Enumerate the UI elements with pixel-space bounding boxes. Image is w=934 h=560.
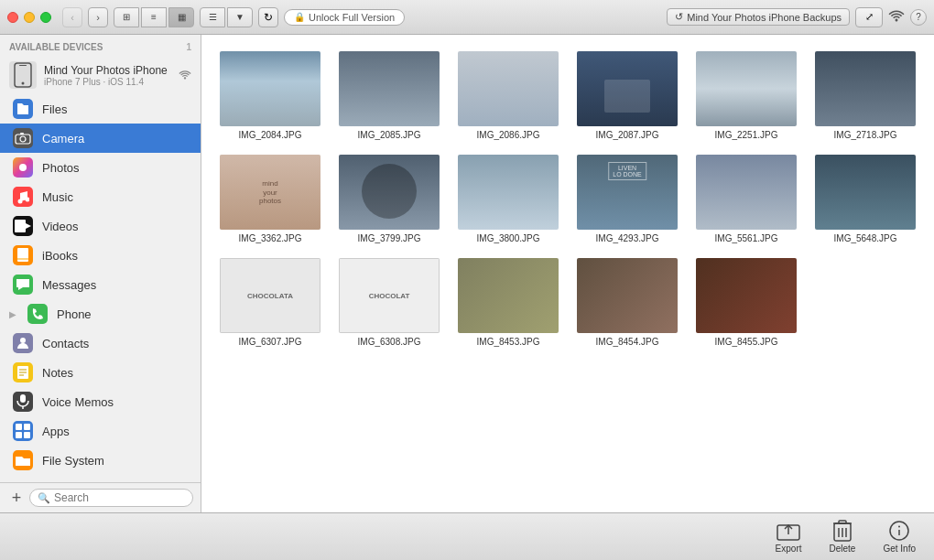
photo-thumb xyxy=(458,155,559,230)
videos-icon xyxy=(13,216,33,236)
sidebar-item-file-system[interactable]: File System xyxy=(0,446,201,475)
sidebar-item-music[interactable]: Music xyxy=(0,182,201,211)
history-icon: ↺ xyxy=(675,11,683,23)
sidebar-item-ibooks[interactable]: iBooks xyxy=(0,241,201,270)
contacts-icon xyxy=(13,333,33,353)
photo-thumb: CHOCOLATA xyxy=(220,258,320,333)
minimize-button[interactable] xyxy=(24,12,35,23)
photo-name: IMG_5648.JPG xyxy=(834,233,897,243)
sidebar-item-videos[interactable]: Videos xyxy=(0,211,201,241)
unlock-button[interactable]: 🔒 Unlock Full Version xyxy=(284,9,405,26)
sidebar-label-contacts: Contacts xyxy=(42,337,89,350)
photo-cell[interactable]: CHOCOLATA IMG_6307.JPG xyxy=(211,251,330,354)
sidebar-item-files[interactable]: Files xyxy=(0,94,201,124)
close-button[interactable] xyxy=(7,12,18,23)
photo-thumb: LIVENLO DONE xyxy=(577,155,678,230)
photo-cell[interactable]: mindyourphotos IMG_3362.JPG xyxy=(211,147,330,251)
music-icon xyxy=(13,187,33,207)
photo-cell[interactable]: IMG_3799.JPG xyxy=(330,147,449,251)
help-button[interactable]: ? xyxy=(910,9,927,26)
sidebar-label-music: Music xyxy=(42,190,73,204)
photo-grid: IMG_2084.JPG IMG_2085.JPG IMG_2086.JPG I… xyxy=(201,35,934,363)
ibooks-icon xyxy=(13,245,33,265)
svg-rect-11 xyxy=(17,248,28,262)
forward-button[interactable]: › xyxy=(88,7,108,27)
view-grid-large-button[interactable]: ▦ xyxy=(168,7,194,27)
svg-rect-22 xyxy=(16,432,22,438)
search-input[interactable] xyxy=(54,491,185,504)
photo-cell[interactable]: IMG_8455.JPG xyxy=(687,251,806,354)
photo-thumb: CHOCOLAT xyxy=(339,258,440,333)
maximize-button[interactable] xyxy=(40,12,51,23)
photo-cell[interactable]: IMG_2718.JPG xyxy=(806,44,925,147)
back-button[interactable]: ‹ xyxy=(62,7,82,27)
photo-cell[interactable]: IMG_8454.JPG xyxy=(568,251,687,354)
photo-cell[interactable]: LIVENLO DONE IMG_4293.JPG xyxy=(568,147,687,251)
sidebar-item-camera[interactable]: Camera xyxy=(0,124,201,153)
files-icon xyxy=(13,99,33,119)
app-title: Mind Your Photos iPhone Backups xyxy=(687,12,842,23)
view-list-button[interactable]: ≡ xyxy=(141,7,167,27)
photos-icon xyxy=(13,157,33,178)
photo-cell[interactable]: IMG_5561.JPG xyxy=(687,147,806,251)
photo-thumb xyxy=(220,51,320,126)
search-input-wrap[interactable]: 🔍 xyxy=(29,489,193,507)
photo-thumb xyxy=(696,51,797,126)
search-bar: + 🔍 xyxy=(0,482,201,512)
photo-area[interactable]: IMG_2084.JPG IMG_2085.JPG IMG_2086.JPG I… xyxy=(201,35,934,512)
sidebar-section-label: AVAILABLE DEVICES xyxy=(9,42,103,52)
photo-cell[interactable]: IMG_5648.JPG xyxy=(806,147,925,251)
sidebar-item-photos[interactable]: Photos xyxy=(0,153,201,182)
photo-name: IMG_5561.JPG xyxy=(715,233,778,243)
sidebar-item-messages[interactable]: Messages xyxy=(0,270,201,299)
history-button[interactable]: ↺ Mind Your Photos iPhone Backups xyxy=(667,8,850,26)
photo-cell[interactable]: IMG_2087.JPG xyxy=(568,44,687,147)
sidebar-item-contacts[interactable]: Contacts xyxy=(0,328,201,358)
photo-thumb xyxy=(577,51,678,126)
device-item[interactable]: Mind Your Photos iPhone iPhone 7 Plus · … xyxy=(0,56,201,94)
svg-rect-28 xyxy=(839,521,846,523)
photo-cell[interactable]: CHOCOLAT IMG_6308.JPG xyxy=(330,251,449,354)
sidebar-label-apps: Apps xyxy=(42,425,70,438)
export-action[interactable]: Export xyxy=(776,520,802,554)
sidebar-label-videos: Videos xyxy=(42,220,79,233)
sidebar-section-header: AVAILABLE DEVICES 1 xyxy=(0,35,201,56)
photo-thumb xyxy=(815,155,916,230)
photo-name: IMG_2087.JPG xyxy=(596,130,659,140)
sidebar-item-notes[interactable]: Notes xyxy=(0,358,201,387)
refresh-button[interactable]: ↻ xyxy=(258,7,278,27)
get-info-action[interactable]: Get Info xyxy=(883,520,916,554)
svg-rect-20 xyxy=(16,424,22,430)
photo-name: IMG_3799.JPG xyxy=(358,233,421,243)
photo-name: IMG_2085.JPG xyxy=(358,130,421,140)
sidebar: AVAILABLE DEVICES 1 Mind Your Photos iPh… xyxy=(0,35,201,512)
svg-rect-18 xyxy=(20,394,26,403)
expand-button[interactable]: ⤢ xyxy=(855,7,883,27)
sidebar-item-phone[interactable]: ▶ Phone xyxy=(0,299,201,328)
sidebar-label-messages: Messages xyxy=(42,278,96,292)
photo-cell[interactable]: IMG_2086.JPG xyxy=(449,44,568,147)
options-arrow-button[interactable]: ▼ xyxy=(227,7,253,27)
options-group: ☰ ▼ xyxy=(200,7,253,27)
svg-point-4 xyxy=(20,136,26,142)
sidebar-item-apps[interactable]: Apps xyxy=(0,416,201,446)
export-label: Export xyxy=(776,544,802,554)
photo-cell[interactable]: IMG_8453.JPG xyxy=(449,251,568,354)
delete-action[interactable]: Delete xyxy=(830,520,856,554)
photo-cell[interactable]: IMG_2085.JPG xyxy=(330,44,449,147)
add-button[interactable]: + xyxy=(7,489,26,507)
photo-cell[interactable]: IMG_3800.JPG xyxy=(449,147,568,251)
main-content: AVAILABLE DEVICES 1 Mind Your Photos iPh… xyxy=(0,35,934,512)
sidebar-item-voice-memos[interactable]: Voice Memos xyxy=(0,387,201,416)
photo-name: IMG_3362.JPG xyxy=(239,233,302,243)
photo-name: IMG_2251.JPG xyxy=(715,130,778,140)
svg-point-34 xyxy=(898,526,900,528)
voice-memos-icon xyxy=(13,392,33,412)
view-grid-small-button[interactable]: ⊞ xyxy=(114,7,139,27)
menu-button[interactable]: ☰ xyxy=(200,7,225,27)
photo-cell[interactable]: IMG_2084.JPG xyxy=(211,44,330,147)
photo-cell[interactable]: IMG_2251.JPG xyxy=(687,44,806,147)
svg-rect-21 xyxy=(24,424,30,430)
phone-icon xyxy=(27,304,48,324)
photo-name: IMG_3800.JPG xyxy=(477,233,540,243)
